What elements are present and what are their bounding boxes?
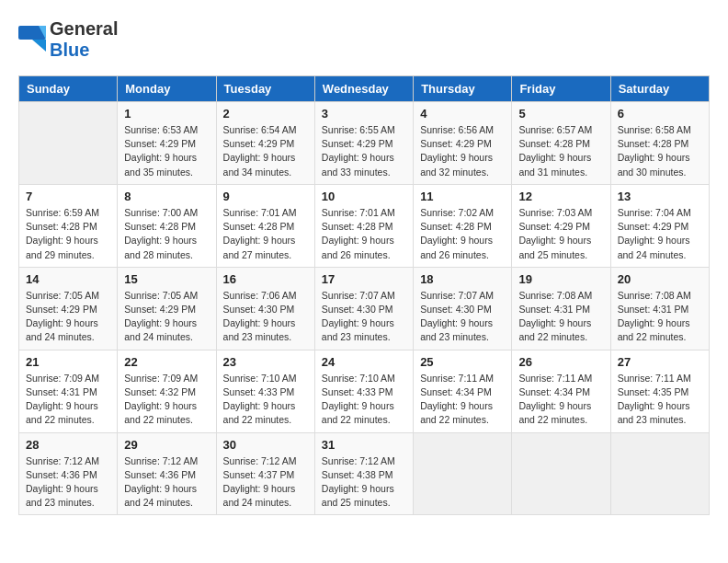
day-info: Sunrise: 7:01 AMSunset: 4:28 PMDaylight:… bbox=[223, 206, 308, 262]
calendar-week-1: 1Sunrise: 6:53 AMSunset: 4:29 PMDaylight… bbox=[19, 102, 710, 185]
calendar-cell: 29Sunrise: 7:12 AMSunset: 4:36 PMDayligh… bbox=[118, 432, 216, 515]
day-number: 24 bbox=[322, 355, 406, 369]
calendar-week-3: 14Sunrise: 7:05 AMSunset: 4:29 PMDayligh… bbox=[19, 267, 710, 350]
calendar-cell: 3Sunrise: 6:55 AMSunset: 4:29 PMDaylight… bbox=[314, 102, 413, 185]
day-number: 19 bbox=[518, 272, 603, 286]
day-number: 22 bbox=[124, 355, 209, 369]
calendar-cell: 19Sunrise: 7:08 AMSunset: 4:31 PMDayligh… bbox=[512, 267, 610, 350]
day-info: Sunrise: 7:04 AMSunset: 4:29 PMDaylight:… bbox=[618, 206, 702, 262]
calendar-cell: 18Sunrise: 7:07 AMSunset: 4:30 PMDayligh… bbox=[414, 267, 512, 350]
calendar-cell: 30Sunrise: 7:12 AMSunset: 4:37 PMDayligh… bbox=[216, 432, 314, 515]
day-number: 14 bbox=[26, 272, 110, 286]
day-number: 23 bbox=[223, 355, 308, 369]
calendar-cell: 15Sunrise: 7:05 AMSunset: 4:29 PMDayligh… bbox=[118, 267, 216, 350]
day-info: Sunrise: 7:10 AMSunset: 4:33 PMDaylight:… bbox=[223, 372, 308, 428]
day-number: 20 bbox=[618, 272, 702, 286]
calendar-cell bbox=[414, 432, 512, 515]
weekday-sunday: Sunday bbox=[19, 76, 118, 102]
day-number: 12 bbox=[518, 190, 603, 203]
calendar-cell: 22Sunrise: 7:09 AMSunset: 4:32 PMDayligh… bbox=[118, 350, 216, 432]
calendar-cell: 5Sunrise: 6:57 AMSunset: 4:28 PMDaylight… bbox=[512, 102, 610, 185]
calendar-cell: 11Sunrise: 7:02 AMSunset: 4:28 PMDayligh… bbox=[414, 184, 512, 267]
day-number: 4 bbox=[420, 107, 505, 121]
day-info: Sunrise: 7:11 AMSunset: 4:34 PMDaylight:… bbox=[518, 372, 603, 428]
day-number: 15 bbox=[124, 272, 209, 286]
day-info: Sunrise: 7:05 AMSunset: 4:29 PMDaylight:… bbox=[26, 289, 110, 345]
calendar-table: SundayMondayTuesdayWednesdayThursdayFrid… bbox=[18, 75, 710, 515]
weekday-wednesday: Wednesday bbox=[314, 76, 413, 102]
calendar-cell: 20Sunrise: 7:08 AMSunset: 4:31 PMDayligh… bbox=[610, 267, 709, 350]
calendar-cell: 7Sunrise: 6:59 AMSunset: 4:28 PMDaylight… bbox=[19, 184, 118, 267]
day-number: 18 bbox=[420, 272, 505, 286]
day-info: Sunrise: 7:09 AMSunset: 4:31 PMDaylight:… bbox=[26, 372, 110, 428]
calendar-cell: 6Sunrise: 6:58 AMSunset: 4:28 PMDaylight… bbox=[610, 102, 709, 185]
calendar-cell: 24Sunrise: 7:10 AMSunset: 4:33 PMDayligh… bbox=[314, 350, 413, 432]
logo-icon bbox=[18, 26, 46, 53]
day-info: Sunrise: 7:05 AMSunset: 4:29 PMDaylight:… bbox=[124, 289, 209, 345]
day-info: Sunrise: 7:12 AMSunset: 4:38 PMDaylight:… bbox=[322, 454, 406, 511]
calendar-cell: 21Sunrise: 7:09 AMSunset: 4:31 PMDayligh… bbox=[19, 350, 118, 432]
day-number: 7 bbox=[26, 190, 110, 203]
day-info: Sunrise: 7:08 AMSunset: 4:31 PMDaylight:… bbox=[518, 289, 603, 345]
day-info: Sunrise: 6:58 AMSunset: 4:28 PMDaylight:… bbox=[618, 123, 702, 179]
calendar-cell: 13Sunrise: 7:04 AMSunset: 4:29 PMDayligh… bbox=[610, 184, 709, 267]
day-number: 11 bbox=[420, 190, 505, 203]
day-number: 3 bbox=[322, 107, 406, 121]
calendar-cell: 23Sunrise: 7:10 AMSunset: 4:33 PMDayligh… bbox=[216, 350, 314, 432]
calendar-cell: 25Sunrise: 7:11 AMSunset: 4:34 PMDayligh… bbox=[414, 350, 512, 432]
calendar-cell: 4Sunrise: 6:56 AMSunset: 4:29 PMDaylight… bbox=[414, 102, 512, 185]
day-number: 28 bbox=[26, 438, 110, 452]
weekday-thursday: Thursday bbox=[414, 76, 512, 102]
calendar-cell: 26Sunrise: 7:11 AMSunset: 4:34 PMDayligh… bbox=[512, 350, 610, 432]
day-info: Sunrise: 7:06 AMSunset: 4:30 PMDaylight:… bbox=[223, 289, 308, 345]
day-number: 27 bbox=[618, 355, 702, 369]
day-info: Sunrise: 7:01 AMSunset: 4:28 PMDaylight:… bbox=[322, 206, 406, 262]
day-number: 16 bbox=[223, 272, 308, 286]
day-number: 8 bbox=[124, 190, 209, 203]
calendar-week-5: 28Sunrise: 7:12 AMSunset: 4:36 PMDayligh… bbox=[19, 432, 710, 515]
page-header: General Blue bbox=[18, 18, 710, 61]
day-info: Sunrise: 6:54 AMSunset: 4:29 PMDaylight:… bbox=[223, 123, 308, 179]
day-info: Sunrise: 6:59 AMSunset: 4:28 PMDaylight:… bbox=[26, 206, 110, 262]
day-info: Sunrise: 7:10 AMSunset: 4:33 PMDaylight:… bbox=[322, 372, 406, 428]
day-number: 31 bbox=[322, 438, 406, 452]
weekday-saturday: Saturday bbox=[610, 76, 709, 102]
calendar-cell: 14Sunrise: 7:05 AMSunset: 4:29 PMDayligh… bbox=[19, 267, 118, 350]
day-info: Sunrise: 6:56 AMSunset: 4:29 PMDaylight:… bbox=[420, 123, 505, 179]
day-info: Sunrise: 7:02 AMSunset: 4:28 PMDaylight:… bbox=[420, 206, 505, 262]
weekday-header-row: SundayMondayTuesdayWednesdayThursdayFrid… bbox=[19, 76, 710, 102]
day-info: Sunrise: 7:11 AMSunset: 4:34 PMDaylight:… bbox=[420, 372, 505, 428]
day-number: 1 bbox=[124, 107, 209, 121]
day-info: Sunrise: 7:09 AMSunset: 4:32 PMDaylight:… bbox=[124, 372, 209, 428]
svg-marker-1 bbox=[32, 40, 46, 52]
day-info: Sunrise: 7:11 AMSunset: 4:35 PMDaylight:… bbox=[618, 372, 702, 428]
day-number: 6 bbox=[618, 107, 702, 121]
day-info: Sunrise: 6:53 AMSunset: 4:29 PMDaylight:… bbox=[124, 123, 209, 179]
calendar-cell: 17Sunrise: 7:07 AMSunset: 4:30 PMDayligh… bbox=[314, 267, 413, 350]
calendar-cell: 2Sunrise: 6:54 AMSunset: 4:29 PMDaylight… bbox=[216, 102, 314, 185]
calendar-cell: 9Sunrise: 7:01 AMSunset: 4:28 PMDaylight… bbox=[216, 184, 314, 267]
day-info: Sunrise: 7:00 AMSunset: 4:28 PMDaylight:… bbox=[124, 206, 209, 262]
day-number: 13 bbox=[618, 190, 702, 203]
calendar-cell bbox=[19, 102, 118, 185]
day-info: Sunrise: 7:08 AMSunset: 4:31 PMDaylight:… bbox=[618, 289, 702, 345]
day-info: Sunrise: 7:12 AMSunset: 4:36 PMDaylight:… bbox=[26, 454, 110, 511]
day-info: Sunrise: 7:12 AMSunset: 4:36 PMDaylight:… bbox=[124, 454, 209, 511]
day-number: 25 bbox=[420, 355, 505, 369]
calendar-cell bbox=[512, 432, 610, 515]
day-number: 21 bbox=[26, 355, 110, 369]
calendar-cell: 10Sunrise: 7:01 AMSunset: 4:28 PMDayligh… bbox=[314, 184, 413, 267]
day-info: Sunrise: 7:07 AMSunset: 4:30 PMDaylight:… bbox=[420, 289, 505, 345]
calendar-cell: 31Sunrise: 7:12 AMSunset: 4:38 PMDayligh… bbox=[314, 432, 413, 515]
day-info: Sunrise: 7:03 AMSunset: 4:29 PMDaylight:… bbox=[518, 206, 603, 262]
day-info: Sunrise: 6:57 AMSunset: 4:28 PMDaylight:… bbox=[518, 123, 603, 179]
calendar-body: 1Sunrise: 6:53 AMSunset: 4:29 PMDaylight… bbox=[19, 102, 710, 515]
day-number: 30 bbox=[223, 438, 308, 452]
day-number: 5 bbox=[518, 107, 603, 121]
calendar-cell: 1Sunrise: 6:53 AMSunset: 4:29 PMDaylight… bbox=[118, 102, 216, 185]
logo: General Blue bbox=[18, 18, 118, 61]
day-number: 10 bbox=[322, 190, 406, 203]
day-info: Sunrise: 7:12 AMSunset: 4:37 PMDaylight:… bbox=[223, 454, 308, 511]
calendar-week-2: 7Sunrise: 6:59 AMSunset: 4:28 PMDaylight… bbox=[19, 184, 710, 267]
calendar-cell bbox=[610, 432, 709, 515]
